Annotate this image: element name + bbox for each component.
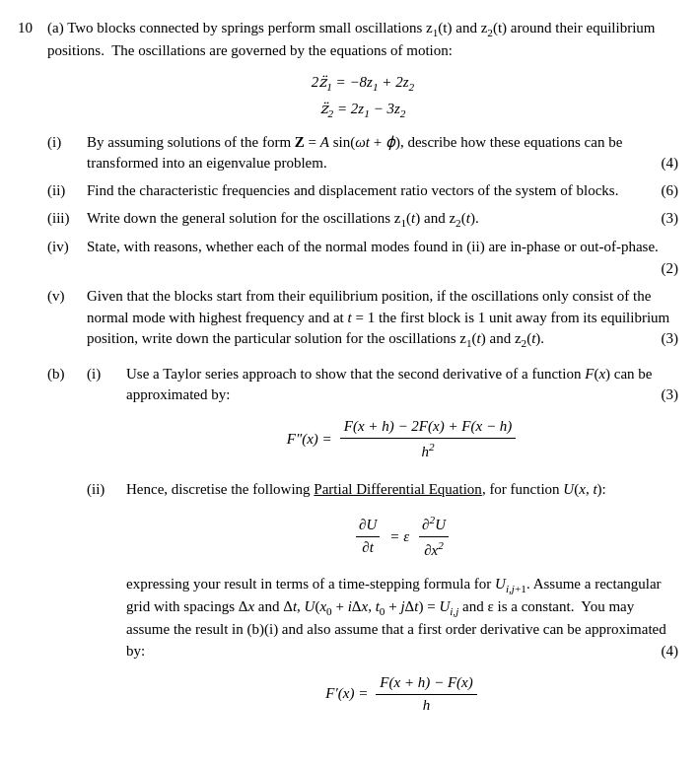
sub-i-marks: (4): [662, 153, 679, 174]
fp-lhs: F′(x) =: [325, 683, 368, 705]
fp-eq-row: F′(x) = F(x + h) − F(x) h: [126, 672, 678, 717]
part-b-i-marks: (3): [662, 384, 679, 406]
pde-lhs-den: ∂t: [359, 537, 377, 559]
fpp-numerator: F(x + h) − 2F(x) + F(x − h): [340, 416, 517, 439]
part-b-ii-text2: expressing your result in terms of a tim…: [126, 574, 678, 662]
sub-ii-text: Find the characteristic frequencies and …: [87, 182, 618, 198]
sub-iv-label: (iv): [47, 237, 87, 280]
part-a-label: (a): [47, 20, 67, 35]
sub-iv: (iv) State, with reasons, whether each o…: [47, 237, 678, 280]
part-b-i-text: Use a Taylor series approach to show tha…: [126, 366, 653, 403]
fp-equation: F′(x) = F(x + h) − F(x) h: [126, 672, 678, 717]
sub-i: (i) By assuming solutions of the form Z …: [47, 132, 678, 175]
sub-v-text: Given that the blocks start from their e…: [87, 288, 669, 347]
part-b-block: (b) (i) Use a Taylor series approach to …: [47, 364, 678, 732]
sub-iii-content: Write down the general solution for the …: [87, 208, 678, 231]
pde-lhs-num: ∂U: [356, 515, 380, 537]
fp-numerator: F(x + h) − F(x): [376, 672, 476, 695]
part-b-label: (b): [47, 364, 87, 732]
question-number: 10: [18, 18, 47, 736]
intro-text: Two blocks connected by springs perform …: [47, 20, 655, 58]
sub-v-content: Given that the blocks start from their e…: [87, 286, 678, 352]
part-b: (b) (i) Use a Taylor series approach to …: [47, 364, 678, 732]
equations-of-motion: 2z̈1 = −8z1 + 2z2 z̈2 = 2z1 − 3z2: [47, 72, 678, 122]
question-block: 10 (a) Two blocks connected by springs p…: [18, 18, 678, 736]
sub-iii-marks: (3): [662, 208, 679, 230]
sub-iv-content: State, with reasons, whether each of the…: [87, 237, 678, 280]
part-b-i-content: Use a Taylor series approach to show tha…: [126, 364, 678, 473]
eq2: z̈2 = 2z1 − 3z2: [47, 99, 678, 121]
part-b-ii: (ii) Hence, discretise the following Par…: [87, 479, 678, 727]
sub-ii: (ii) Find the characteristic frequencies…: [47, 180, 678, 202]
sub-iii: (iii) Write down the general solution fo…: [47, 208, 678, 231]
sub-iv-marks: (2): [662, 258, 679, 280]
page: 10 (a) Two blocks connected by springs p…: [18, 18, 678, 736]
sub-i-label: (i): [47, 132, 87, 175]
sub-ii-content: Find the characteristic frequencies and …: [87, 180, 678, 202]
sub-iii-text: Write down the general solution for the …: [87, 210, 479, 226]
part-b-ii-label: (ii): [87, 479, 126, 727]
pde-equation: ∂U ∂t = ε ∂2U ∂x2: [126, 512, 678, 562]
part-b-i: (i) Use a Taylor series approach to show…: [87, 364, 678, 473]
part-b-ii-text1: Hence, discretise the following Partial …: [126, 481, 606, 497]
eq1: 2z̈1 = −8z1 + 2z2: [47, 72, 678, 95]
fpp-denominator: h2: [417, 439, 438, 463]
fp-fraction: F(x + h) − F(x) h: [376, 672, 476, 717]
pde-rhs-num: ∂2U: [419, 512, 449, 537]
pde-rhs: ∂2U ∂x2: [419, 512, 449, 562]
part-b-content: (i) Use a Taylor series approach to show…: [87, 364, 678, 732]
sub-iv-text: State, with reasons, whether each of the…: [87, 239, 659, 254]
question-content: (a) Two blocks connected by springs perf…: [47, 18, 678, 736]
fpp-fraction: F(x + h) − 2F(x) + F(x − h) h2: [340, 416, 517, 463]
sub-v-marks: (3): [662, 328, 679, 350]
eq2-text: z̈2 = 2z1 − 3z2: [320, 99, 406, 121]
eq1-text: 2z̈1 = −8z1 + 2z2: [312, 72, 414, 95]
fpp-lhs: F″(x) =: [287, 429, 332, 451]
fp-denominator: h: [419, 695, 435, 717]
pde-lhs: ∂U ∂t: [356, 515, 380, 559]
sub-i-text: By assuming solutions of the form Z = A …: [87, 134, 622, 172]
sub-ii-marks: (6): [662, 180, 679, 202]
part-b-ii-marks: (4): [662, 641, 679, 662]
part-a-intro: (a) Two blocks connected by springs perf…: [47, 18, 678, 62]
sub-i-content: By assuming solutions of the form Z = A …: [87, 132, 678, 175]
sub-ii-label: (ii): [47, 180, 87, 202]
pde-equals: = ε: [389, 526, 409, 548]
part-b-ii-content: Hence, discretise the following Partial …: [126, 479, 678, 727]
sub-v: (v) Given that the blocks start from the…: [47, 286, 678, 352]
sub-iii-label: (iii): [47, 208, 87, 231]
part-b-i-label: (i): [87, 364, 126, 473]
fpp-equation: F″(x) = F(x + h) − 2F(x) + F(x − h) h2: [126, 416, 678, 463]
fpp-eq-row: F″(x) = F(x + h) − 2F(x) + F(x − h) h2: [126, 416, 678, 463]
sub-v-label: (v): [47, 286, 87, 352]
pde-rhs-den: ∂x2: [421, 537, 447, 562]
